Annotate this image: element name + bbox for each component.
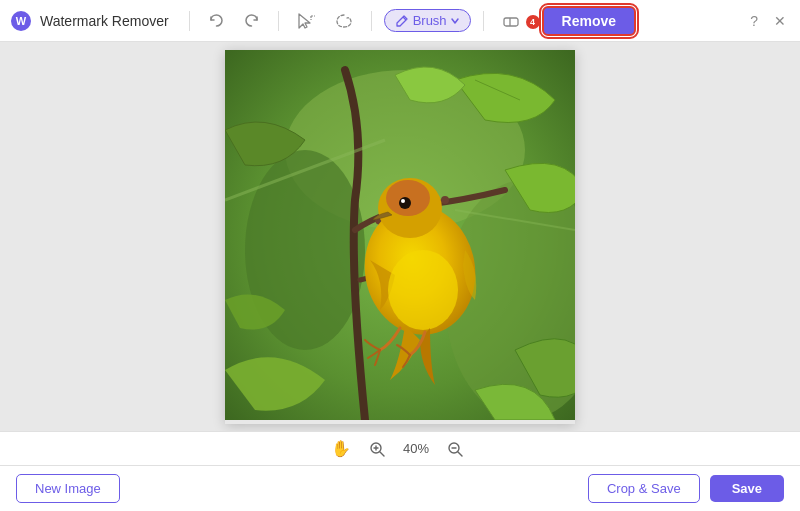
eraser-tool-button[interactable]	[496, 8, 526, 34]
brush-tool-button[interactable]: Brush	[384, 9, 471, 32]
badge-count: 4	[526, 15, 540, 29]
selection-tool-button[interactable]	[291, 8, 321, 34]
svg-point-18	[401, 199, 405, 203]
svg-point-12	[441, 196, 449, 204]
svg-point-16	[388, 250, 458, 330]
statusbar: ✋ 40%	[0, 431, 800, 465]
canvas-area	[0, 42, 800, 431]
save-button[interactable]: Save	[710, 475, 784, 502]
bottombar: New Image Crop & Save Save	[0, 465, 800, 511]
app-logo: W	[10, 10, 32, 32]
divider-3	[371, 11, 372, 31]
image-container	[225, 50, 575, 424]
zoom-in-button[interactable]	[363, 439, 391, 459]
zoom-level: 40%	[403, 441, 429, 456]
brush-label: Brush	[413, 13, 447, 28]
bird-image	[225, 50, 575, 420]
titlebar: W Watermark Remover	[0, 0, 800, 42]
undo-button[interactable]	[202, 9, 230, 33]
svg-line-24	[458, 452, 462, 456]
svg-rect-4	[504, 18, 518, 26]
remove-button[interactable]: Remove	[542, 6, 636, 36]
app-title: Watermark Remover	[40, 13, 169, 29]
divider-2	[278, 11, 279, 31]
svg-line-20	[380, 452, 384, 456]
new-image-button[interactable]: New Image	[16, 474, 120, 503]
close-button[interactable]: ✕	[770, 11, 790, 31]
pan-tool-icon[interactable]: ✋	[331, 439, 351, 458]
divider-4	[483, 11, 484, 31]
zoom-out-button[interactable]	[441, 439, 469, 459]
help-button[interactable]: ?	[746, 11, 762, 31]
svg-point-17	[399, 197, 411, 209]
bottom-right-actions: Crop & Save Save	[588, 474, 784, 503]
window-controls: ? ✕	[746, 11, 790, 31]
lasso-tool-button[interactable]	[329, 8, 359, 34]
divider-1	[189, 11, 190, 31]
redo-button[interactable]	[238, 9, 266, 33]
svg-text:W: W	[16, 15, 27, 27]
crop-save-button[interactable]: Crop & Save	[588, 474, 700, 503]
